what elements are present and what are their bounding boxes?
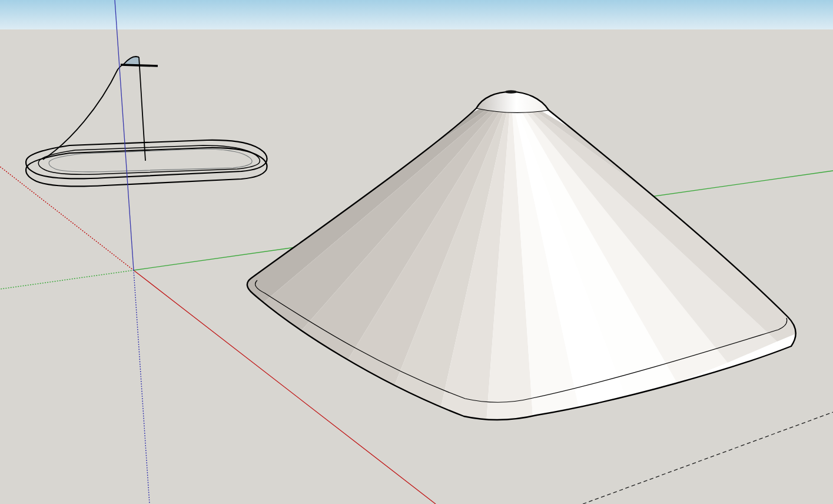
sky — [0, 0, 833, 29]
3d-viewport[interactable] — [0, 0, 833, 504]
profile-top-edge[interactable] — [121, 65, 158, 66]
model-canvas[interactable] — [0, 0, 833, 504]
cone-apex-hole[interactable] — [505, 90, 517, 94]
